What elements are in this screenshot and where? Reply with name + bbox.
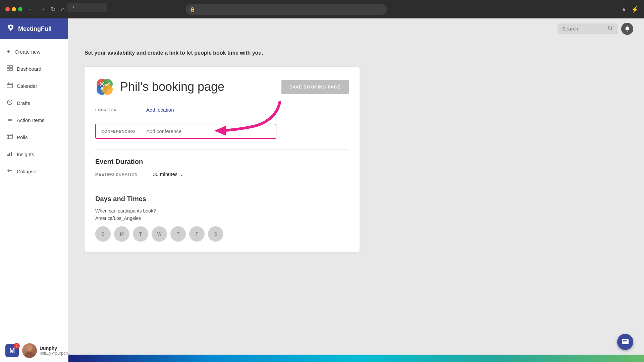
conferencing-row: CONFERENCING bbox=[95, 124, 349, 150]
svg-rect-0 bbox=[7, 65, 9, 68]
extensions-icon[interactable]: ⚡ bbox=[631, 6, 639, 13]
search-input[interactable] bbox=[562, 26, 605, 32]
browser-dots bbox=[5, 7, 22, 11]
polls-icon bbox=[7, 133, 13, 141]
sidebar-label-dashboard: Dashboard bbox=[17, 66, 41, 72]
sidebar: MeetingFull + Create new Dashboard bbox=[0, 18, 68, 362]
sidebar-label-action-items: Action Items bbox=[17, 117, 45, 123]
chevron-down-icon[interactable]: ⌄ bbox=[179, 171, 184, 177]
insights-icon bbox=[7, 150, 13, 158]
save-booking-button[interactable]: SAVE BOOKING PAGE bbox=[281, 80, 349, 94]
svg-rect-19 bbox=[11, 152, 12, 156]
booking-logo-inner bbox=[95, 77, 114, 96]
sidebar-brand-area: M 7 Dunphy phil...y@purpone.com bbox=[0, 343, 68, 362]
day-sunday[interactable]: S bbox=[95, 226, 111, 242]
duration-value: 30 minutes bbox=[153, 171, 177, 177]
search-area bbox=[557, 23, 633, 35]
day-monday[interactable]: M bbox=[114, 226, 129, 242]
avatar bbox=[22, 343, 37, 358]
maximize-dot[interactable] bbox=[18, 7, 22, 11]
conferencing-input[interactable] bbox=[146, 128, 270, 134]
sidebar-label-drafts: Drafts bbox=[17, 100, 30, 106]
bottom-gradient-bar bbox=[68, 355, 644, 362]
svg-line-24 bbox=[611, 29, 613, 30]
duration-label: MEETING DURATION bbox=[95, 172, 149, 176]
svg-rect-14 bbox=[7, 134, 12, 139]
booking-header: Phil's booking page SAVE BOOKING PAGE bbox=[95, 77, 349, 96]
close-dot[interactable] bbox=[5, 7, 10, 11]
sidebar-item-collapse[interactable]: Collapse bbox=[0, 163, 68, 180]
tab-area: + bbox=[67, 0, 107, 12]
sidebar-nav: + Create new Dashboard bbox=[0, 39, 68, 343]
top-bar bbox=[68, 18, 644, 39]
user-info: M 7 Dunphy phil...y@purpone.com bbox=[5, 343, 63, 358]
booking-title: Phil's booking page bbox=[120, 80, 224, 94]
svg-rect-17 bbox=[7, 155, 9, 156]
drafts-icon bbox=[7, 99, 13, 107]
plus-icon: + bbox=[7, 48, 11, 56]
logo-icon bbox=[7, 24, 15, 34]
days-question: When can participants book? bbox=[95, 208, 349, 214]
sidebar-item-calendar[interactable]: Calendar bbox=[0, 77, 68, 95]
search-input-wrapper bbox=[557, 23, 618, 34]
day-circles: S M T W T F S bbox=[95, 226, 349, 242]
collapse-icon bbox=[7, 168, 13, 175]
url-bar[interactable]: 🔒 bbox=[185, 4, 387, 15]
booking-logo bbox=[95, 77, 114, 96]
day-friday[interactable]: F bbox=[189, 226, 205, 242]
forward-button[interactable]: → bbox=[38, 4, 47, 14]
conferencing-label: CONFERENCING bbox=[101, 129, 138, 133]
booking-card: Phil's booking page SAVE BOOKING PAGE LO… bbox=[85, 67, 360, 252]
sidebar-item-polls[interactable]: Polls bbox=[0, 129, 68, 146]
days-times-heading: Days and Times bbox=[95, 195, 349, 203]
browser-chrome: ← → ↻ ⌂ + 🔒 ★ ⚡ bbox=[0, 0, 644, 18]
svg-point-22 bbox=[25, 352, 34, 358]
home-button[interactable]: ⌂ bbox=[60, 4, 66, 14]
event-duration-heading: Event Duration bbox=[95, 158, 349, 166]
sidebar-label-calendar: Calendar bbox=[17, 83, 37, 89]
sidebar-label-collapse: Collapse bbox=[17, 169, 36, 174]
reload-button[interactable]: ↻ bbox=[49, 4, 57, 14]
day-thursday[interactable]: T bbox=[170, 226, 186, 242]
sidebar-label-create-new: Create new bbox=[15, 49, 41, 55]
sidebar-item-insights[interactable]: Insights bbox=[0, 146, 68, 163]
sidebar-item-create-new[interactable]: + Create new bbox=[0, 43, 68, 60]
days-times-section: Days and Times When can participants boo… bbox=[95, 195, 349, 242]
day-tuesday[interactable]: T bbox=[133, 226, 148, 242]
day-saturday[interactable]: S bbox=[208, 226, 223, 242]
notification-badge: 7 bbox=[14, 343, 20, 349]
back-button[interactable]: ← bbox=[26, 4, 35, 14]
app-layout: MeetingFull + Create new Dashboard bbox=[0, 18, 644, 362]
day-wednesday[interactable]: W bbox=[152, 226, 167, 242]
search-icon bbox=[608, 25, 613, 32]
action-items-icon bbox=[7, 116, 13, 124]
chat-widget[interactable] bbox=[617, 334, 633, 350]
duration-section: MEETING DURATION 30 minutes ⌄ bbox=[95, 171, 349, 187]
sidebar-item-dashboard[interactable]: Dashboard bbox=[0, 60, 68, 77]
calendar-icon bbox=[7, 82, 13, 90]
browser-tab[interactable]: + bbox=[67, 3, 107, 12]
svg-rect-1 bbox=[10, 65, 12, 68]
svg-rect-4 bbox=[7, 83, 12, 88]
location-value[interactable]: Add location bbox=[146, 107, 174, 113]
page-body: Set your availability and create a link … bbox=[68, 39, 644, 263]
minimize-dot[interactable] bbox=[12, 7, 16, 11]
sidebar-header: MeetingFull bbox=[0, 18, 68, 39]
svg-rect-2 bbox=[7, 68, 9, 71]
conferencing-box: CONFERENCING bbox=[95, 124, 276, 139]
sidebar-label-insights: Insights bbox=[17, 152, 34, 157]
sidebar-item-drafts[interactable]: Drafts bbox=[0, 95, 68, 112]
location-row: LOCATION Add location bbox=[95, 107, 349, 118]
browser-navigation: ← → ↻ ⌂ bbox=[26, 4, 66, 14]
sidebar-item-action-items[interactable]: Action Items bbox=[0, 112, 68, 129]
svg-rect-3 bbox=[10, 68, 12, 71]
svg-point-25 bbox=[627, 31, 628, 32]
user-avatar-container: M 7 bbox=[5, 344, 19, 357]
main-content: Set your availability and create a link … bbox=[68, 18, 644, 362]
svg-rect-18 bbox=[9, 153, 10, 156]
location-label: LOCATION bbox=[95, 108, 136, 112]
svg-rect-33 bbox=[622, 339, 629, 344]
notification-bell[interactable] bbox=[621, 23, 633, 35]
booking-title-area: Phil's booking page bbox=[95, 77, 224, 96]
bookmark-icon[interactable]: ★ bbox=[621, 6, 627, 13]
